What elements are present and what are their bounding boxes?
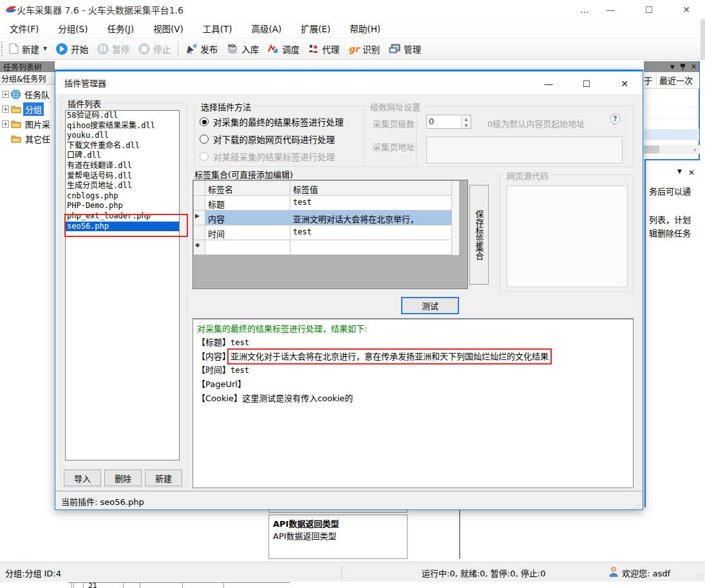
- test-button[interactable]: 测试: [401, 297, 459, 314]
- chevron-down-icon[interactable]: ▼: [43, 46, 47, 52]
- dialog-maximize-button[interactable]: ☐: [571, 73, 602, 95]
- plugin-item[interactable]: 有道在线翻译.dll: [66, 161, 179, 171]
- tree-item-other-tasks[interactable]: 其它任: [0, 131, 55, 146]
- table-row-selected[interactable]: ▶ 内容 亚洲文明对话大会将在北京举行，: [194, 211, 451, 225]
- tree-item-task-queue[interactable]: + 任务队: [0, 87, 55, 102]
- result-line: 【Cookie】这里测试是没有传入cookie的: [197, 392, 629, 405]
- menu-help[interactable]: 帮助(H): [340, 19, 390, 37]
- plugin-item[interactable]: qihoo搜索结果采集.dll: [66, 121, 179, 131]
- plugin-item[interactable]: 爱帮电话号码.dll: [66, 171, 179, 182]
- grid-col-lastrun[interactable]: 最近一次: [657, 72, 699, 88]
- test-result-output[interactable]: 对采集的最终的结果标签进行处理，结果如下: 【标题】test 【内容】亚洲文化对…: [193, 318, 634, 488]
- tags-table[interactable]: 标签名 标签值 标题 test ▶ 内容 亚洲文明对话大会将在北京举行， 时间 …: [193, 180, 468, 289]
- level-count-value[interactable]: 0: [427, 115, 461, 128]
- table-row[interactable]: [644, 108, 699, 119]
- dialog-resize-grip[interactable]: .::: [632, 503, 640, 509]
- tree-column-header[interactable]: 分组&任务列: [0, 72, 55, 85]
- scroll-right-icon[interactable]: ›: [690, 145, 700, 154]
- plugin-item[interactable]: 生成分页地址.dll: [66, 181, 179, 191]
- help-text: 列表，计划: [649, 213, 691, 225]
- table-vertical-scrollbar[interactable]: [451, 181, 459, 255]
- plugin-list-group-label: 插件列表: [65, 97, 104, 109]
- page-address-input[interactable]: [426, 137, 623, 164]
- toolbar-publish-button[interactable]: 发布: [181, 43, 222, 55]
- plugin-item[interactable]: youku.dll: [66, 131, 179, 141]
- new-button[interactable]: 新建: [145, 469, 182, 486]
- page-address-label: 采集页地址: [373, 140, 415, 153]
- scrollbar-thumb[interactable]: [644, 146, 659, 153]
- panel-close-icon[interactable]: ✕: [691, 62, 697, 71]
- expand-icon[interactable]: +: [2, 91, 9, 98]
- panel-dropdown-icon[interactable]: ▼: [677, 168, 682, 177]
- toolbar-start-button[interactable]: 开始: [52, 43, 93, 55]
- toolbar-ocr-button[interactable]: gr 识别: [344, 43, 384, 55]
- panel-close-icon[interactable]: ✕: [688, 168, 695, 177]
- toolbar-new-button[interactable]: 新建 ▼: [5, 43, 52, 55]
- window-minimize-button[interactable]: —: [596, 0, 625, 19]
- radio-level-result[interactable]: 对某级采集的结果标签进行处理: [200, 150, 335, 163]
- panel-pin-icon[interactable]: [680, 63, 686, 70]
- save-tags-button[interactable]: 保存标签集合: [469, 185, 489, 285]
- column-header-tagname[interactable]: 标签名: [205, 181, 290, 196]
- table-row[interactable]: [644, 129, 699, 140]
- edge-scrollbar[interactable]: [700, 19, 705, 59]
- table-row[interactable]: [644, 119, 699, 129]
- folder-icon: [11, 135, 21, 143]
- menu-task[interactable]: 任务(J): [97, 19, 144, 37]
- panel-dropdown-icon[interactable]: ▼: [670, 64, 675, 70]
- menu-extend[interactable]: 扩展(E): [291, 19, 340, 37]
- plugin-item[interactable]: 口碑.dll: [66, 151, 179, 161]
- menu-view[interactable]: 视图(V): [144, 19, 193, 37]
- page-source-textarea[interactable]: [507, 185, 628, 287]
- plugin-list[interactable]: 58验证码.dll qihoo搜索结果采集.dll youku.dll 下载文件…: [65, 110, 180, 460]
- toolbar-proxy-button[interactable]: 代理: [304, 43, 344, 55]
- plugin-item[interactable]: cnblogs.php: [66, 191, 179, 202]
- dialog-minimize-button[interactable]: —: [533, 73, 564, 95]
- menu-advanced[interactable]: 高级(A): [242, 19, 292, 37]
- row-selector-header: [194, 181, 205, 196]
- menu-group[interactable]: 分组(S): [48, 19, 97, 37]
- svg-text:SQL: SQL: [228, 43, 236, 48]
- plugin-item[interactable]: 下载文件重命名.dll: [66, 141, 179, 151]
- help-balloon-icon[interactable]: ?: [609, 113, 621, 126]
- level-count-spinner[interactable]: 0 ▲▼: [426, 115, 471, 129]
- radio-raw-html[interactable]: 对下载的原始网页代码进行处理: [200, 133, 335, 146]
- toolbar-sql-import-button[interactable]: SQL 入库: [222, 43, 263, 55]
- toolbar-separator: [178, 42, 178, 56]
- toolbar-stop-button[interactable]: 停止: [134, 43, 175, 55]
- table-row[interactable]: [644, 97, 699, 108]
- expand-icon[interactable]: +: [2, 120, 9, 128]
- level-count-label: 采集页级数: [373, 117, 415, 129]
- tree-item-image-collect[interactable]: + 图片采: [0, 117, 55, 131]
- horizontal-scrollbar[interactable]: ›: [644, 145, 700, 154]
- toolbar-pause-button[interactable]: 暂停: [93, 43, 134, 55]
- table-row[interactable]: 时间 test: [194, 225, 451, 240]
- window-close-button[interactable]: ✕: [672, 0, 701, 19]
- radio-final-result[interactable]: 对采集的最终的结果标签进行处理: [200, 115, 344, 128]
- task-tree-panel-header: 任务列表树: [0, 61, 55, 72]
- table-row-new[interactable]: ✱: [194, 240, 451, 255]
- dialog-statusbar: 当前插件: seo56.php .::: [55, 491, 643, 511]
- expand-icon[interactable]: +: [2, 106, 9, 113]
- plugin-item[interactable]: 58验证码.dll: [66, 111, 179, 121]
- toolbar-manage-button[interactable]: 管理: [384, 43, 426, 55]
- schedule-icon: [268, 44, 279, 54]
- grid-col-partial[interactable]: 于: [644, 72, 657, 88]
- import-button[interactable]: 导入: [64, 469, 101, 486]
- resize-grip[interactable]: .::: [695, 573, 702, 580]
- plugin-item[interactable]: PHP-Demo.php: [66, 201, 179, 211]
- annotation-red-box-content: 亚洲文化对于话大会将在北京进行，意在传承发扬亚洲和天下列国灿烂灿烂的文化结果: [230, 352, 549, 361]
- column-header-tagvalue[interactable]: 标签值: [290, 181, 451, 196]
- spin-up-icon: ▲: [462, 115, 471, 122]
- background-grid-sliver: 21: [68, 582, 290, 588]
- toolbar-schedule-button[interactable]: 调度: [263, 43, 304, 55]
- menu-tools[interactable]: 工具(T): [193, 19, 242, 37]
- tree-item-group[interactable]: + 分组: [0, 102, 55, 117]
- pause-icon: [97, 43, 109, 55]
- window-maximize-button[interactable]: ☐: [634, 0, 664, 19]
- dialog-close-button[interactable]: ✕: [609, 73, 640, 95]
- menu-file[interactable]: 文件(F): [0, 19, 48, 37]
- table-row[interactable]: 标题 test: [194, 196, 451, 211]
- spinner-arrows[interactable]: ▲▼: [461, 115, 471, 128]
- delete-button[interactable]: 删除: [104, 469, 142, 486]
